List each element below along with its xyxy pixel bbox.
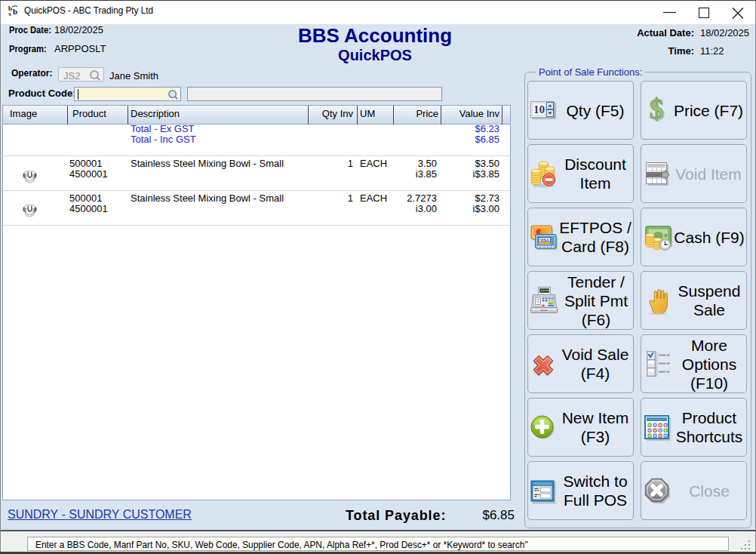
svg-text:VISA: VISA [540, 238, 549, 242]
svg-text:$: $ [650, 95, 664, 125]
svg-text:10: 10 [533, 103, 545, 115]
svg-text:s: s [9, 11, 11, 17]
svg-text:b: b [13, 7, 17, 16]
